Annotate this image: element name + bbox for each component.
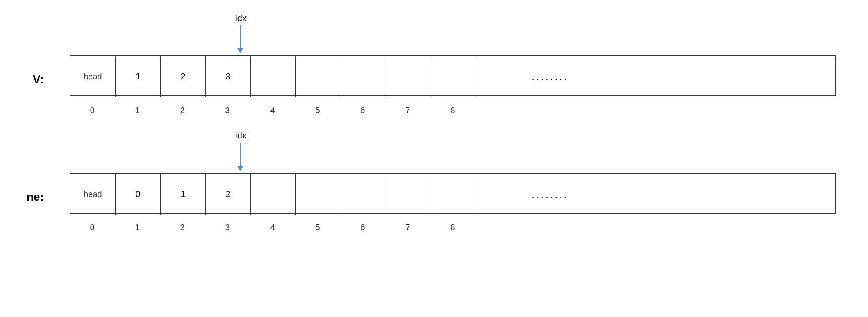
top-array-row: head 1 2 3 ........ <box>70 55 836 96</box>
bottom-cell-7 <box>386 174 431 215</box>
top-idx-2: 2 <box>160 106 205 115</box>
bottom-index-row: 0 1 2 3 4 5 6 7 8 <box>70 223 475 232</box>
bottom-cell-1: 0 <box>116 174 161 215</box>
top-cell-1: 1 <box>116 56 161 97</box>
bottom-cell-5 <box>296 174 341 215</box>
top-arrow-head <box>237 48 243 53</box>
bottom-idx-7: 7 <box>385 223 430 232</box>
bottom-cell-4 <box>251 174 296 215</box>
top-idx-0: 0 <box>70 106 115 115</box>
bottom-arrow-shaft <box>240 143 241 167</box>
top-idx-8: 8 <box>430 106 475 115</box>
top-cell-7 <box>386 56 431 97</box>
bottom-cell-3: 2 <box>206 174 251 215</box>
bottom-array-row: head 0 1 2 ........ <box>70 173 836 214</box>
top-cell-8 <box>431 56 476 97</box>
top-idx-3: 3 <box>205 106 250 115</box>
top-index-row: 0 1 2 3 4 5 6 7 8 <box>70 106 475 115</box>
bottom-idx-5: 5 <box>295 223 340 232</box>
bottom-idx-3: 3 <box>205 223 250 232</box>
bottom-cell-ellipsis: ........ <box>476 174 624 215</box>
top-cell-head: head <box>70 56 116 97</box>
top-idx-6: 6 <box>340 106 385 115</box>
top-array-label: V: <box>33 73 43 86</box>
top-cell-6 <box>341 56 386 97</box>
top-arrow-shaft <box>240 25 241 49</box>
bottom-idx-0: 0 <box>70 223 115 232</box>
top-cell-2: 2 <box>161 56 206 97</box>
bottom-cell-6 <box>341 174 386 215</box>
top-cell-5 <box>296 56 341 97</box>
top-idx-7: 7 <box>385 106 430 115</box>
bottom-cell-8 <box>431 174 476 215</box>
top-idx-5: 5 <box>295 106 340 115</box>
top-cell-3: 3 <box>206 56 251 97</box>
bottom-idx-label: idx <box>225 130 257 141</box>
top-idx-1: 1 <box>115 106 160 115</box>
bottom-idx-6: 6 <box>340 223 385 232</box>
top-cell-4 <box>251 56 296 97</box>
bottom-idx-1: 1 <box>115 223 160 232</box>
bottom-idx-2: 2 <box>160 223 205 232</box>
bottom-array-label: ne: <box>27 190 44 204</box>
bottom-idx-8: 8 <box>430 223 475 232</box>
bottom-idx-4: 4 <box>250 223 295 232</box>
bottom-cell-2: 1 <box>161 174 206 215</box>
diagram-container: idx V: head 1 2 3 ........ 0 1 2 3 4 5 6… <box>0 0 868 317</box>
top-idx-4: 4 <box>250 106 295 115</box>
bottom-cell-head: head <box>70 174 116 215</box>
top-idx-label: idx <box>225 13 257 24</box>
top-cell-ellipsis: ........ <box>476 56 624 97</box>
bottom-arrow-head <box>237 166 243 171</box>
